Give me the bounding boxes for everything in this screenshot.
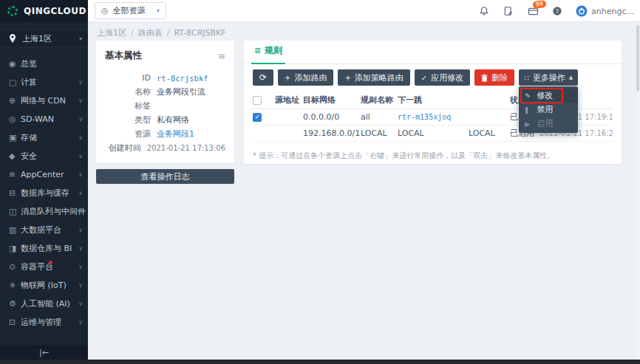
breadcrumb: 上海1区/路由表/RT-8CRJSBKF <box>97 27 226 38</box>
caret-up-icon: ▲ <box>569 75 573 80</box>
security-shield-icon: ◆ <box>9 151 21 161</box>
sidebar-item-ai[interactable]: ⚙ 人工智能 (AI) ∨ <box>0 295 88 313</box>
breadcrumb-route-tables[interactable]: 路由表 <box>138 28 163 38</box>
resource-filter-select[interactable]: ◎ 全部资源 ▾ <box>95 2 166 19</box>
sidebar-item-bigdata[interactable]: ▥ 大数据平台 ∨ <box>0 221 88 239</box>
sidebar-item-overview[interactable]: ◉ 总览 <box>0 55 88 73</box>
sidebar-menu: ◉ 总览 ▢ 计算 ∨ ⊕ 网络与 CDN ∨ ◎ SD-WAN ∨ ▣ 存储 <box>0 55 88 332</box>
user-menu[interactable]: anhengc... <box>576 5 634 17</box>
container-platform-icon: ⊙ <box>9 262 21 272</box>
chevron-down-icon: ▾ <box>79 35 82 42</box>
panel-menu-icon[interactable]: ≡ <box>218 51 225 61</box>
work-order-icon[interactable] <box>503 5 514 17</box>
hint-note: * 提示：可通过在各个资源上点击「右键」来进行常用操作，以及「双击」来修改基本属… <box>253 151 613 161</box>
sidebar-item-security[interactable]: ◆ 安全 ∨ <box>0 147 88 165</box>
chevron-down-icon: ∨ <box>78 190 83 196</box>
trash-icon <box>481 74 488 82</box>
chevron-down-icon: ∨ <box>78 264 83 270</box>
field-type: 类型 私有网络 <box>105 113 225 127</box>
apply-changes-button[interactable]: ✓ 应用修改 <box>415 69 470 86</box>
sidebar-item-compute[interactable]: ▢ 计算 ∨ <box>0 73 88 92</box>
pause-icon: ‖ <box>525 106 532 114</box>
sidebar-item-ops[interactable]: ⊡ 运维与管理 ∨ <box>0 313 88 332</box>
sidebar-item-storage[interactable]: ▣ 存储 ∨ <box>0 128 88 147</box>
notification-bell-icon[interactable] <box>478 5 490 17</box>
zone-selector[interactable]: 上海1区 ▾ <box>0 30 88 47</box>
tab-rules[interactable]: ≣ 规则 <box>253 44 284 63</box>
database-icon: ⊟ <box>9 188 21 198</box>
window-edge <box>0 360 640 364</box>
add-policy-route-button[interactable]: + 添加策略路由 <box>338 69 409 86</box>
message-queue-icon: ◫ <box>9 207 21 216</box>
sidebar-item-warehouse-bi[interactable]: ◨ 数据仓库与 BI ∨ <box>0 239 88 258</box>
menu-item-modify[interactable]: ✎ 修改 <box>519 89 578 103</box>
breadcrumb-current: RT-8CRJSBKF <box>174 28 225 38</box>
field-tags: 标签 <box>105 99 225 113</box>
select-all-checkbox[interactable] <box>253 96 262 105</box>
row-checkbox[interactable] <box>253 113 262 122</box>
zone-label: 上海1区 <box>22 33 73 44</box>
play-icon: ▶ <box>525 120 532 128</box>
field-resource: 资源 业务网段1 <box>105 127 225 141</box>
chevron-down-icon: ∨ <box>78 301 83 307</box>
sdwan-icon: ◎ <box>9 114 21 124</box>
storage-icon: ▣ <box>9 133 21 142</box>
user-avatar <box>576 5 588 17</box>
sidebar-item-message-queue[interactable]: ◫ 消息队列与中间件 ∨ <box>0 202 88 221</box>
logo-text: QINGCLOUD <box>24 6 86 16</box>
chevron-down-icon: ∨ <box>78 282 83 289</box>
billing-icon[interactable]: 99 <box>527 5 539 17</box>
scrollbar[interactable] <box>636 22 640 360</box>
plus-icon: + <box>285 74 290 82</box>
resource-scope-icon: ◎ <box>101 6 109 16</box>
help-icon[interactable]: ? <box>551 5 563 17</box>
compute-icon: ▢ <box>9 78 21 87</box>
sidebar-item-iot[interactable]: ✳ 物联网 (IoT) ∨ <box>0 276 88 295</box>
ops-management-icon: ⊡ <box>9 317 21 327</box>
chevron-down-icon: ∨ <box>78 153 83 159</box>
more-operations-menu: ✎ 修改 ‖ 禁用 ▶ 启用 <box>519 86 578 133</box>
qingcloud-logo[interactable]: QINGCLOUD <box>0 0 88 22</box>
collapse-icon: |← <box>39 348 49 357</box>
iot-icon: ✳ <box>9 281 21 290</box>
sidebar-item-appcenter[interactable]: ≋ AppCenter ∨ <box>0 165 88 184</box>
qingcloud-logo-icon <box>7 6 18 16</box>
sidebar-item-sdwan[interactable]: ◎ SD-WAN ∨ <box>0 110 88 128</box>
ai-icon: ⚙ <box>9 299 21 309</box>
chevron-down-icon: ∨ <box>78 171 83 178</box>
field-name: 名称 业务网段引流 <box>105 85 225 99</box>
grid-icon: ∷ <box>524 74 528 82</box>
more-operations-button[interactable]: ∷ 更多操作 ▲ <box>519 69 578 86</box>
menu-item-disable[interactable]: ‖ 禁用 <box>519 103 578 117</box>
refresh-icon: ⟳ <box>259 72 267 83</box>
chevron-down-icon: ∨ <box>78 134 83 141</box>
view-operation-log-button[interactable]: 查看操作日志 <box>96 169 234 184</box>
check-icon: ✓ <box>421 74 427 82</box>
scrollbar-thumb[interactable] <box>636 25 639 92</box>
chevron-down-icon: ∨ <box>78 227 83 233</box>
resource-link[interactable]: 业务网段1 <box>157 128 194 140</box>
chevron-down-icon: ∨ <box>78 208 83 215</box>
location-pin-icon <box>9 34 16 43</box>
app-window: QINGCLOUD 上海1区 ▾ ◉ 总览 ▢ 计算 ∨ ⊕ 网络与 CDN <box>0 0 640 364</box>
notification-dot <box>49 261 52 264</box>
sidebar-item-container[interactable]: ⊙ 容器平台 ∨ <box>0 258 88 276</box>
add-route-button[interactable]: + 添加路由 <box>278 69 333 86</box>
delete-button[interactable]: 删除 <box>474 69 514 86</box>
refresh-button[interactable]: ⟳ <box>253 69 273 86</box>
chevron-down-icon: ∨ <box>78 319 83 326</box>
chevron-down-icon: ∨ <box>78 97 83 104</box>
panel-title: 基本属性 <box>105 49 142 62</box>
pencil-icon: ✎ <box>525 92 532 100</box>
sidebar-collapse-button[interactable]: |← <box>0 345 88 360</box>
menu-item-enable: ▶ 启用 <box>519 117 578 131</box>
list-icon: ≣ <box>254 46 261 55</box>
field-created-time: 创建时间 2021-01-21 17:13:06 <box>105 141 225 155</box>
route-table-id-link[interactable]: rt-8crjsbkf <box>157 74 208 83</box>
chevron-down-icon: ∨ <box>78 79 83 86</box>
breadcrumb-zone[interactable]: 上海1区 <box>97 28 126 38</box>
next-hop-link[interactable]: rtr-m135xjoq <box>398 113 458 121</box>
sidebar-item-network-cdn[interactable]: ⊕ 网络与 CDN ∨ <box>0 92 88 110</box>
sidebar-item-database-cache[interactable]: ⊟ 数据库与缓存 ∨ <box>0 184 88 202</box>
chevron-down-icon: ∨ <box>78 116 83 123</box>
